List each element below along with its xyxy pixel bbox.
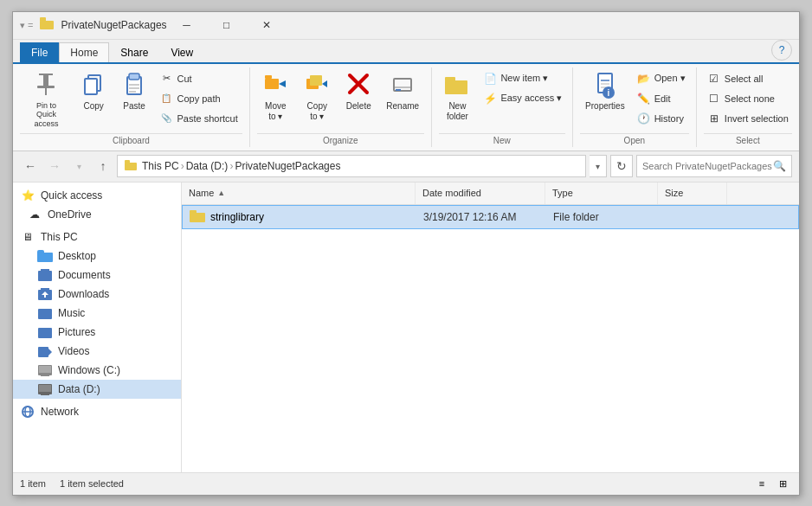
paste-shortcut-button[interactable]: 📎 Paste shortcut — [155, 109, 242, 128]
properties-button[interactable]: i Properties — [579, 69, 631, 114]
recent-button[interactable]: ▾ — [68, 156, 89, 176]
col-header-name[interactable]: Name ▲ — [182, 183, 416, 204]
delete-button[interactable]: Delete — [338, 69, 378, 114]
search-box[interactable]: 🔍 — [636, 155, 792, 177]
copy-path-label: Copy path — [177, 93, 220, 104]
svg-rect-4 — [37, 86, 55, 88]
new-item-button[interactable]: 📄 New item ▾ — [479, 69, 566, 88]
refresh-button[interactable]: ↻ — [610, 155, 633, 177]
back-button[interactable]: ← — [20, 156, 41, 176]
quick-access-icon: ⭐ — [20, 189, 35, 202]
minimize-button[interactable]: ─ — [167, 11, 207, 39]
open-label: Open ▾ — [654, 73, 686, 84]
copy-button[interactable]: Copy — [74, 69, 113, 114]
open-group: i Properties 📂 Open ▾ ✏️ Edit 🕐 — [573, 67, 697, 147]
rename-button[interactable]: Rename — [380, 69, 425, 114]
new-group: Newfolder 📄 New item ▾ ⚡ Easy access ▾ N… — [432, 67, 574, 147]
sidebar-item-this-pc[interactable]: 🖥 This PC — [13, 227, 181, 247]
new-folder-button[interactable]: Newfolder — [437, 69, 477, 125]
address-dropdown-button[interactable]: ▾ — [590, 155, 607, 177]
svg-rect-45 — [39, 366, 51, 373]
downloads-icon — [37, 287, 53, 301]
svg-rect-46 — [41, 375, 49, 376]
sidebar-item-music[interactable]: Music — [13, 304, 181, 323]
paste-button[interactable]: Paste — [115, 69, 154, 114]
col-header-type[interactable]: Type — [545, 183, 658, 204]
address-bar[interactable]: This PC › Data (D:) › PrivateNugetPackag… — [117, 155, 586, 177]
maximize-button[interactable]: □ — [207, 11, 247, 39]
sidebar-item-desktop[interactable]: Desktop — [13, 247, 181, 266]
col-type-label: Type — [552, 188, 573, 198]
sidebar-item-data-d[interactable]: Data (D:) — [13, 380, 181, 399]
svg-rect-15 — [265, 75, 272, 79]
tab-home[interactable]: Home — [59, 42, 109, 62]
cut-label: Cut — [177, 74, 191, 84]
history-button[interactable]: 🕐 History — [633, 109, 690, 128]
sidebar-item-pictures[interactable]: Pictures — [13, 323, 181, 342]
select-label: Select — [704, 133, 792, 145]
svg-rect-10 — [129, 84, 139, 86]
status-right: ≡ ⊞ — [752, 475, 792, 492]
select-none-icon: ☐ — [707, 92, 721, 106]
invert-selection-button[interactable]: ⊞ Invert selection — [703, 109, 793, 128]
rename-icon — [389, 72, 416, 99]
move-to-button[interactable]: Moveto ▾ — [255, 69, 295, 125]
address-sep-2: › — [229, 160, 233, 172]
file-item-stringlibrary[interactable]: stringlibrary 3/19/2017 12:16 AM File fo… — [182, 205, 799, 229]
view-large-icons-button[interactable]: ⊞ — [773, 475, 792, 492]
select-all-button[interactable]: ☑ Select all — [703, 69, 793, 88]
properties-label: Properties — [585, 101, 625, 112]
col-header-size[interactable]: Size — [658, 183, 727, 204]
history-label: History — [654, 113, 684, 124]
svg-rect-54 — [190, 210, 197, 214]
svg-rect-32 — [125, 163, 137, 170]
sidebar-label-desktop: Desktop — [58, 250, 96, 262]
address-part-drive: Data (D:) — [186, 160, 229, 172]
sidebar-item-quick-access[interactable]: ⭐ Quick access — [13, 186, 181, 205]
easy-access-button[interactable]: ⚡ Easy access ▾ — [479, 89, 566, 108]
copy-path-button[interactable]: 📋 Copy path — [155, 89, 242, 108]
network-icon — [20, 405, 35, 419]
svg-rect-40 — [38, 309, 52, 319]
onedrive-icon: ☁ — [27, 208, 42, 221]
select-none-button[interactable]: ☐ Select none — [703, 89, 793, 108]
edit-label: Edit — [654, 93, 671, 104]
sidebar-label-this-pc: This PC — [41, 231, 78, 243]
status-count: 1 item — [20, 478, 46, 489]
copy-path-icon: 📋 — [159, 92, 173, 106]
svg-rect-42 — [38, 347, 48, 357]
svg-rect-24 — [445, 80, 467, 94]
tab-share[interactable]: Share — [109, 42, 159, 62]
sidebar-item-downloads[interactable]: Downloads — [13, 285, 181, 304]
windows-c-icon — [37, 363, 53, 377]
col-header-date[interactable]: Date modified — [416, 183, 545, 204]
sidebar-item-documents[interactable]: Documents — [13, 266, 181, 285]
view-details-button[interactable]: ≡ — [752, 475, 771, 492]
delete-label: Delete — [346, 101, 371, 112]
sidebar-item-onedrive[interactable]: ☁ OneDrive — [13, 205, 181, 224]
pin-to-quick-access-button[interactable]: Pin to Quickaccess — [20, 69, 73, 131]
svg-rect-9 — [129, 74, 139, 80]
copy-to-button[interactable]: Copyto ▾ — [297, 69, 337, 125]
tab-view[interactable]: View — [159, 42, 204, 62]
search-input[interactable] — [642, 161, 773, 171]
tab-file[interactable]: File — [20, 42, 59, 62]
sidebar-item-network[interactable]: Network — [13, 402, 181, 421]
svg-rect-12 — [129, 91, 136, 93]
close-button[interactable]: ✕ — [247, 11, 287, 39]
forward-button[interactable]: → — [44, 156, 65, 176]
organize-items: Moveto ▾ Copyto ▾ Delete — [255, 69, 425, 131]
cut-button[interactable]: ✂ Cut — [155, 69, 242, 88]
up-button[interactable]: ↑ — [93, 156, 113, 176]
sidebar-item-windows-c[interactable]: Windows (C:) — [13, 361, 181, 380]
sidebar-label-quick-access: Quick access — [41, 189, 102, 202]
open-button[interactable]: 📂 Open ▾ — [633, 69, 690, 88]
sidebar-item-videos[interactable]: Videos — [13, 342, 181, 361]
edit-button[interactable]: ✏️ Edit — [633, 89, 690, 108]
title-bar: ▾ = PrivateNugetPackages ─ □ ✕ — [13, 12, 799, 40]
videos-icon — [37, 344, 53, 358]
copy-label: Copy — [84, 101, 104, 112]
ribbon: Pin to Quickaccess Copy Paste — [13, 62, 799, 151]
help-button[interactable]: ? — [771, 40, 792, 61]
new-folder-label: Newfolder — [447, 101, 468, 122]
